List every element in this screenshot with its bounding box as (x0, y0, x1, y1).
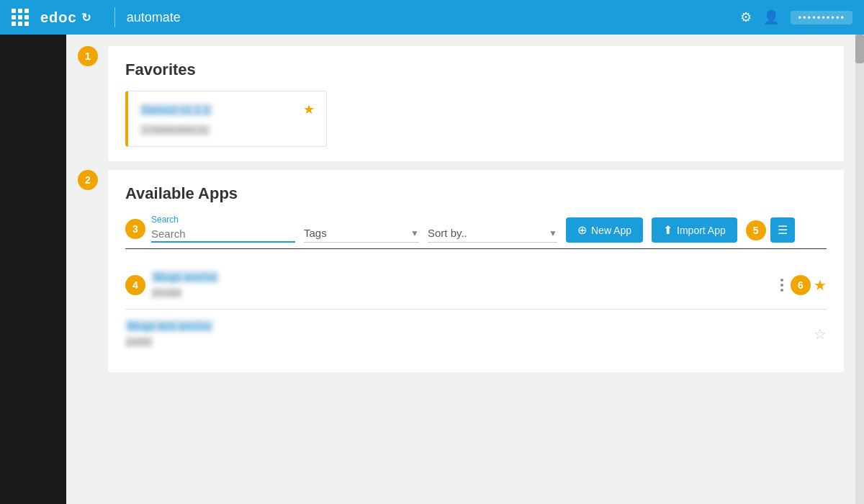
tags-dropdown-arrow: ▼ (410, 228, 419, 238)
search-label: Search (151, 215, 295, 225)
app-item-1-badge: 4 (125, 275, 145, 295)
tags-label: Tags (304, 227, 408, 239)
user-icon[interactable]: 👤 (763, 9, 779, 25)
scrollbar-thumb[interactable] (855, 35, 864, 63)
star-filled-icon[interactable]: ★ (814, 276, 827, 294)
search-input[interactable] (151, 226, 295, 243)
app-list-item[interactable]: Blugs test anc/us public ☆ (125, 310, 827, 358)
left-panel (0, 35, 66, 504)
topbar: edoc ↻ automate ⚙ 👤 •••••••••• (0, 0, 864, 35)
menu-button[interactable]: ☰ (770, 217, 795, 243)
available-apps-title: Available Apps (125, 184, 827, 203)
app-title: automate (127, 10, 181, 25)
topbar-divider (114, 7, 115, 27)
app-list: 4 Blugs anc/us private 6 (125, 261, 827, 358)
toolbar-row: 3 Search Tags ▼ Sort by.. ▼ (125, 215, 827, 243)
new-app-icon: ⊕ (577, 223, 587, 237)
refresh-icon[interactable]: ↻ (81, 11, 91, 24)
favorite-item-header: Demo2 v1.1.1 ★ (140, 102, 315, 117)
app-list-item[interactable]: 4 Blugs anc/us private 6 (125, 261, 827, 310)
topbar-right: ⚙ 👤 •••••••••• (740, 9, 852, 25)
more-options-icon[interactable] (780, 279, 783, 292)
center-content: 1 Favorites Demo2 v1.1.1 ★ 1700064584.01… (66, 35, 855, 504)
new-app-button[interactable]: ⊕ New App (566, 217, 643, 243)
scrollbar[interactable] (855, 35, 864, 504)
new-app-label: New App (591, 225, 631, 236)
search-badge: 3 (125, 219, 145, 239)
settings-icon[interactable]: ⚙ (740, 9, 752, 25)
sort-label: Sort by.. (428, 227, 546, 239)
favorite-star-icon[interactable]: ★ (303, 102, 315, 117)
available-apps-card: Available Apps 3 Search Tags ▼ (108, 170, 844, 372)
import-app-icon: ⬆ (663, 223, 672, 237)
tags-dropdown[interactable]: Tags ▼ (304, 224, 419, 243)
favorite-item-sub: 1700064584.01 (140, 125, 210, 135)
app-item-1-name: Blugs anc/us (151, 271, 219, 283)
favorites-card: Favorites Demo2 v1.1.1 ★ 1700064584.01 (108, 46, 844, 161)
favorites-section-row: 1 Favorites Demo2 v1.1.1 ★ 1700064584.01 (78, 46, 844, 161)
logo-text: edoc (40, 9, 77, 26)
sort-dropdown-arrow: ▼ (549, 228, 557, 238)
app-item-1-info: Blugs anc/us private (151, 271, 780, 299)
favorite-item[interactable]: Demo2 v1.1.1 ★ 1700064584.01 (125, 91, 327, 147)
favorites-badge: 1 (78, 46, 98, 66)
toolbar-divider (125, 248, 827, 249)
app-item-1-star-badge: 6 (791, 275, 811, 295)
star-empty-icon[interactable]: ☆ (814, 325, 827, 343)
favorite-item-name: Demo2 v1.1.1 (140, 104, 212, 116)
menu-icon: ☰ (778, 223, 788, 237)
grid-icon[interactable] (12, 9, 29, 26)
available-apps-section-row: 2 Available Apps 3 Search Tags (78, 170, 844, 372)
app-item-1-actions: 6 ★ (780, 275, 827, 295)
menu-badge: 5 (746, 220, 766, 240)
search-field: Search (151, 215, 295, 243)
topbar-logo: edoc ↻ (40, 9, 91, 26)
sort-dropdown[interactable]: Sort by.. ▼ (428, 224, 557, 243)
app-item-2-info: Blugs test anc/us public (125, 320, 814, 348)
main-content: 1 Favorites Demo2 v1.1.1 ★ 1700064584.01… (0, 35, 864, 504)
import-app-button[interactable]: ⬆ Import App (652, 217, 737, 243)
user-label[interactable]: •••••••••• (791, 11, 852, 24)
app-item-2-sub: public (125, 336, 153, 347)
app-item-2-actions: ☆ (814, 325, 827, 343)
favorites-title: Favorites (125, 60, 827, 79)
app-item-1-sub: private (151, 287, 182, 298)
app-item-2-name: Blugs test anc/us (125, 320, 213, 332)
import-app-label: Import App (677, 225, 726, 236)
available-apps-badge: 2 (78, 170, 98, 190)
